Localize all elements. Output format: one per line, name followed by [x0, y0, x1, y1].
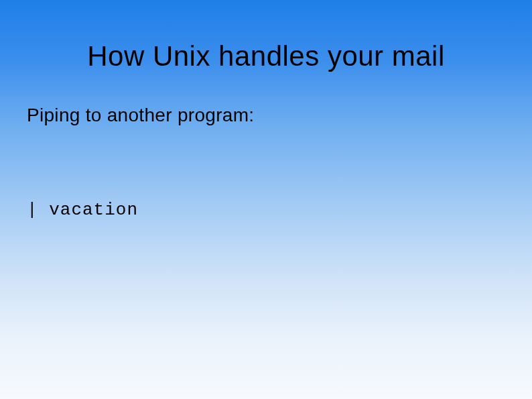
slide-container: How Unix handles your mail Piping to ano… [0, 0, 532, 399]
slide-subtitle: Piping to another program: [27, 105, 505, 126]
slide-title: How Unix handles your mail [27, 40, 505, 72]
code-example: | vacation [27, 200, 505, 220]
